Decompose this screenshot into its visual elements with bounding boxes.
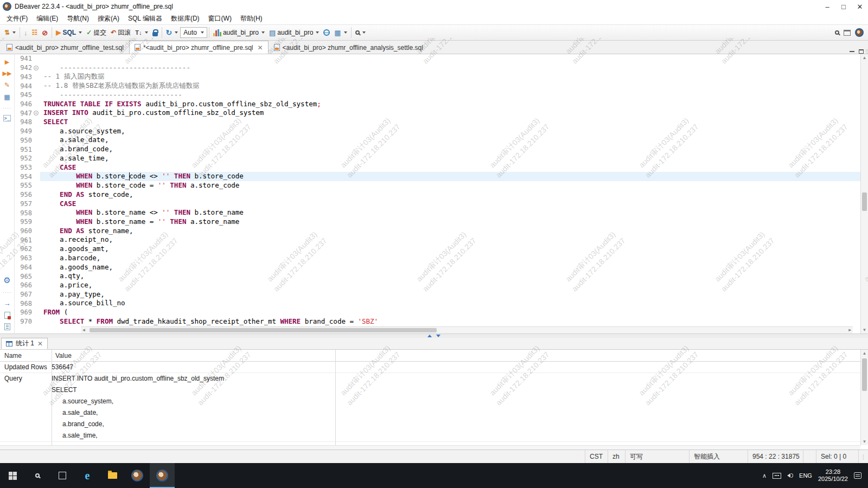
code-line[interactable]: SELECT * FROM dwd_trade_hkaudit_shop_rec… [40, 317, 860, 326]
line-number[interactable]: 970 [15, 318, 32, 325]
cancel-execution-button[interactable]: ⊘ [40, 26, 50, 39]
line-number[interactable]: 943 [15, 73, 32, 81]
code-line[interactable]: CASE [40, 200, 860, 209]
status-selection[interactable]: Sel: 0 | 0 [816, 450, 858, 463]
projection-dropdown[interactable]: ▦ [332, 26, 349, 39]
menu-item[interactable]: 导航(N) [62, 13, 93, 24]
stats-row[interactable]: QueryINSERT INTO audit_bi_pro.custom_off… [0, 373, 868, 442]
column-header-value[interactable]: Value [52, 350, 335, 361]
quick-access-search-button[interactable] [833, 26, 841, 39]
menu-item[interactable]: 帮助(H) [236, 13, 267, 24]
line-number[interactable]: 952 [15, 155, 32, 162]
stats-row[interactable]: Updated Rows536647 [0, 362, 868, 373]
copy-script-button[interactable]: ☷ [30, 26, 40, 39]
column-header-name[interactable]: Name [0, 350, 52, 361]
menu-item[interactable]: 文件(F) [2, 13, 32, 24]
code-line[interactable]: a.goods_amt, [40, 245, 860, 254]
code-line[interactable]: a.receipt_no, [40, 235, 860, 245]
fold-collapse-icon[interactable] [34, 66, 39, 70]
line-number[interactable]: 942 [15, 64, 32, 72]
code-line[interactable]: a.barcode, [40, 254, 860, 263]
line-number[interactable]: 950 [15, 137, 32, 144]
line-number[interactable]: 965 [15, 273, 32, 280]
schema-selector[interactable]: ▤audit_bi_pro [267, 26, 321, 39]
speaker-icon[interactable] [787, 473, 793, 478]
sql-console-icon[interactable]: >_ [3, 115, 11, 121]
maximize-icon[interactable]: □ [835, 0, 852, 13]
start-button[interactable] [0, 463, 25, 488]
status-insert-mode[interactable]: 智能插入 [689, 450, 748, 463]
line-number[interactable]: 941 [15, 55, 32, 62]
menu-item[interactable]: SQL 编辑器 [124, 13, 167, 24]
menu-item[interactable]: 数据库(D) [167, 13, 204, 24]
code-line[interactable]: WHEN b.store_code = '' THEN a.store_code [40, 181, 860, 190]
line-number[interactable]: 961 [15, 236, 32, 244]
rollback-button[interactable]: ↶回滚 [108, 26, 133, 39]
line-number[interactable]: 954 [15, 173, 32, 181]
code-line[interactable]: -------------------------------- [40, 63, 860, 73]
line-number[interactable]: 953 [15, 164, 32, 171]
line-number[interactable]: 945 [15, 91, 32, 99]
code-line[interactable]: ------------------------------ [40, 91, 860, 100]
search-dropdown[interactable] [353, 26, 368, 39]
line-number[interactable]: 967 [15, 291, 32, 298]
code-line[interactable]: a.sale_time, [40, 154, 860, 163]
line-number[interactable]: 956 [15, 191, 32, 198]
code-line[interactable]: -- 1 插入国内数据 [40, 72, 860, 81]
dbeaver-perspective-button[interactable] [853, 26, 866, 39]
network-profile-button[interactable] [321, 26, 332, 39]
line-number[interactable]: 955 [15, 182, 32, 189]
line-number[interactable]: 964 [15, 264, 32, 271]
code-area[interactable]: ---------------------------------- 1 插入国… [40, 54, 860, 333]
connection-selector[interactable]: audit_bi_pro [211, 26, 267, 39]
editor-tab[interactable]: <audit_bi_pro> zhumr_offline_test.sql [1, 41, 129, 54]
task-view-button[interactable] [50, 463, 75, 488]
code-line[interactable]: END AS store_name, [40, 227, 860, 236]
menu-item[interactable]: 编辑(E) [32, 13, 62, 24]
code-line[interactable]: CASE [40, 163, 860, 172]
editor-tab[interactable]: *<audit_bi_pro> zhumr_offline_pre.sql✕ [129, 41, 269, 54]
scroll-up-icon[interactable]: ▲ [861, 55, 868, 60]
action-center-icon[interactable] [854, 472, 861, 479]
line-number[interactable]: 962 [15, 245, 32, 253]
code-line[interactable]: -- 1.8 替换SBZ老系统店铺数据为新系统店铺数据 [40, 81, 860, 91]
menu-item[interactable]: 窗口(W) [204, 13, 236, 24]
code-line[interactable]: a.pay_type, [40, 290, 860, 299]
code-line[interactable]: a.qty, [40, 272, 860, 281]
editor-tab[interactable]: <audit_bi_pro> zhumr_offline_analysis_se… [269, 41, 429, 54]
scroll-up-icon[interactable]: ▲ [861, 351, 868, 356]
auto-refresh-button[interactable]: ↻ [164, 26, 181, 39]
status-writable[interactable]: 可写 [625, 450, 689, 463]
code-line[interactable]: a.source_bill_no [40, 299, 860, 308]
code-line[interactable]: a.brand_code, [40, 145, 860, 154]
stats-horizontal-scrollbar[interactable] [0, 445, 860, 450]
line-number[interactable]: 946 [15, 100, 32, 108]
line-number[interactable]: 966 [15, 281, 32, 289]
result-grid-icon[interactable]: ▦ [4, 93, 10, 101]
internet-explorer-button[interactable]: e [75, 463, 100, 488]
taskbar-search-button[interactable] [25, 463, 50, 488]
code-line[interactable]: INSERT INTO audit_bi_pro.custom_offline_… [40, 108, 860, 118]
horizontal-scroll-thumb[interactable] [90, 328, 437, 332]
code-line[interactable]: a.sale_date, [40, 136, 860, 145]
line-number[interactable]: 960 [15, 227, 32, 235]
gear-icon[interactable]: ⚙ [3, 275, 10, 285]
file-explorer-button[interactable] [100, 463, 125, 488]
line-number[interactable]: 968 [15, 300, 32, 307]
execute-statement-icon[interactable]: ▶ [5, 59, 9, 66]
script-grid-icon[interactable] [4, 323, 10, 330]
panel-splitter[interactable] [0, 333, 868, 338]
sql-editor-dropdown[interactable]: ▶SQL [54, 26, 84, 39]
line-number[interactable]: 969 [15, 309, 32, 316]
line-number[interactable]: 963 [15, 254, 32, 262]
status-grip[interactable]: ⋮ [858, 450, 868, 463]
scroll-left-icon[interactable]: ◀ [82, 328, 85, 332]
stats-tab[interactable]: 统计 1 ✕ [1, 338, 48, 349]
status-caret-position[interactable]: 954 : 22 : 31875 [748, 450, 803, 463]
maximize-editor-icon[interactable] [859, 49, 864, 54]
minimize-editor-icon[interactable] [850, 51, 854, 52]
dbeaver-taskbar-button[interactable] [125, 463, 150, 488]
scroll-down-icon[interactable]: ▼ [861, 439, 868, 444]
code-line[interactable]: FROM ( [40, 308, 860, 317]
new-connection-button[interactable]: ⇅ [2, 26, 18, 39]
